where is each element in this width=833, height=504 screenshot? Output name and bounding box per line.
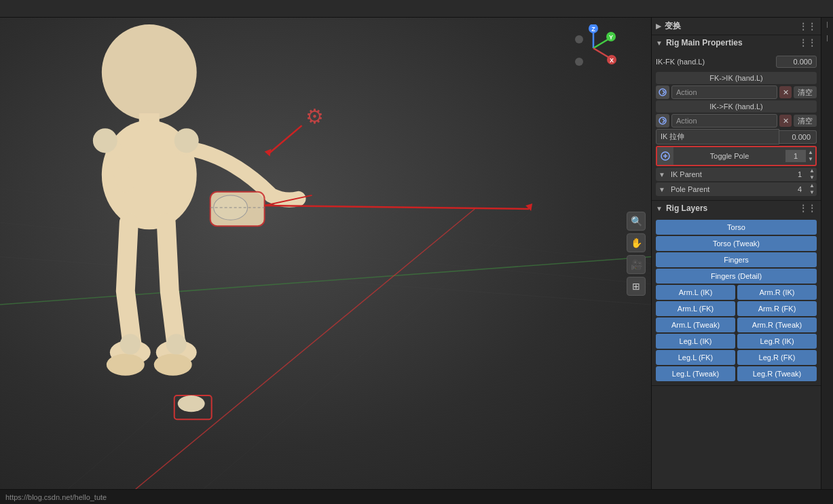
- ik-stretch-label: IK 拉伸: [656, 129, 779, 144]
- toggle-pole-arrows[interactable]: ▲ ▼: [806, 149, 815, 162]
- leg-r-fk-button[interactable]: Leg.R (FK): [737, 350, 817, 365]
- arm-r-ik-button[interactable]: Arm.R (IK): [737, 285, 817, 300]
- torso-button[interactable]: Torso: [656, 220, 817, 235]
- ik-parent-row: ▼ IK Parent 1 ▲ ▼: [656, 168, 817, 181]
- leg-fk-row: Leg.L (FK) Leg.R (FK): [656, 350, 817, 365]
- transform-arrow-icon: ▶: [656, 22, 661, 30]
- ik-fk-label: IK-FK (hand.L): [656, 58, 776, 66]
- hand-button[interactable]: ✋: [627, 233, 646, 252]
- action-icon-2: [656, 114, 669, 128]
- action-field-2[interactable]: Action: [671, 114, 777, 128]
- viewport-toolbar: 🔍 ✋ 🎥 ⊞: [627, 212, 646, 296]
- arm-l-fk-button[interactable]: Arm.L (FK): [656, 301, 735, 316]
- fk-ik-label-row: FK->IK (hand.L): [656, 72, 817, 84]
- rig-layers-arrow-icon: ▼: [656, 205, 663, 212]
- ik-fk-row: IK-FK (hand.L) 0.000: [652, 53, 821, 71]
- arm-r-fk-button[interactable]: Arm.R (FK): [737, 301, 817, 316]
- transform-label: 变换: [665, 20, 681, 32]
- leg-r-ik-button[interactable]: Leg.R (IK): [737, 334, 817, 349]
- viewport-background: [0, 18, 651, 489]
- arm-tweak-row: Arm.L (Tweak) Arm.R (Tweak): [656, 317, 817, 332]
- ik-parent-nav[interactable]: ▲ ▼: [807, 168, 817, 180]
- action-clear-btn-1[interactable]: 清空: [794, 86, 817, 98]
- magnify-button[interactable]: 🔍: [627, 212, 646, 231]
- leg-r-tweak-button[interactable]: Leg.R (Tweak): [737, 366, 817, 381]
- main-layout: ⚙ Z Y X: [0, 18, 833, 489]
- toggle-pole-icon: [657, 147, 673, 165]
- arm-r-tweak-button[interactable]: Arm.R (Tweak): [737, 317, 817, 332]
- svg-text:Z: Z: [591, 26, 595, 33]
- svg-line-36: [593, 48, 610, 58]
- ik-parent-value[interactable]: 1: [792, 168, 807, 181]
- viewport[interactable]: ⚙ Z Y X: [0, 18, 651, 489]
- bottom-bar: https://blog.csdn.net/hello_tute: [0, 489, 833, 504]
- arm-l-tweak-button[interactable]: Arm.L (Tweak): [656, 317, 735, 332]
- fingers-detail-button[interactable]: Fingers (Detail): [656, 269, 817, 284]
- ik-parent-label: IK Parent: [668, 168, 792, 181]
- pole-parent-collapse-icon[interactable]: ▼: [656, 186, 668, 193]
- action-icon-1: [656, 85, 669, 99]
- transform-section: ▶ 变换 ⋮⋮: [652, 18, 821, 35]
- rig-layers-header[interactable]: ▼ Rig Layers ⋮⋮: [652, 201, 821, 216]
- camera-button[interactable]: 🎥: [627, 255, 646, 274]
- arm-ik-row: Arm.L (IK) Arm.R (IK): [656, 285, 817, 300]
- toggle-pole-value[interactable]: 1: [785, 150, 806, 162]
- strip-item-1: |: [822, 19, 833, 30]
- pole-parent-value[interactable]: 4: [792, 182, 807, 196]
- action-label-2: Action: [676, 117, 697, 125]
- arm-fk-row: Arm.L (FK) Arm.R (FK): [656, 301, 817, 316]
- svg-point-40: [575, 35, 583, 43]
- rig-main-header[interactable]: ▼ Rig Main Properties ⋮⋮: [652, 35, 821, 50]
- ik-parent-collapse-icon[interactable]: ▼: [656, 171, 668, 178]
- ik-stretch-value[interactable]: 0.000: [779, 130, 817, 144]
- rig-properties: IK-FK (hand.L) 0.000 FK->IK (hand.L): [652, 50, 821, 200]
- torso-tweak-button[interactable]: Torso (Tweak): [656, 236, 817, 251]
- pole-parent-nav[interactable]: ▲ ▼: [807, 182, 817, 195]
- toggle-pole-row[interactable]: Toggle Pole 1 ▲ ▼: [656, 146, 817, 166]
- rig-main-arrow-icon: ▼: [656, 39, 663, 47]
- pole-parent-label: Pole Parent: [668, 182, 792, 196]
- action-row-2: Action ✕ 清空: [656, 114, 817, 128]
- right-panel: ▶ 变换 ⋮⋮ ▼ Rig Main Properties ⋮⋮ IK-FK (…: [651, 18, 821, 489]
- status-url: https://blog.csdn.net/hello_tute: [5, 493, 107, 501]
- leg-l-tweak-button[interactable]: Leg.L (Tweak): [656, 366, 735, 381]
- rig-main-dots: ⋮⋮: [799, 38, 817, 47]
- pole-parent-row: ▼ Pole Parent 4 ▲ ▼: [656, 182, 817, 196]
- ik-fk2-label: IK->FK (hand.L): [660, 102, 813, 111]
- arm-l-ik-button[interactable]: Arm.L (IK): [656, 285, 735, 300]
- leg-l-ik-button[interactable]: Leg.L (IK): [656, 334, 735, 349]
- svg-text:X: X: [610, 57, 614, 64]
- toggle-pole-label: Toggle Pole: [673, 152, 785, 160]
- action-x-btn-2[interactable]: ✕: [779, 115, 792, 127]
- fk-ik-label: FK->IK (hand.L): [660, 74, 813, 82]
- rig-main-section: ▼ Rig Main Properties ⋮⋮ IK-FK (hand.L) …: [652, 35, 821, 201]
- strip-item-2: |: [822, 33, 833, 43]
- action-field-1[interactable]: Action: [671, 85, 777, 99]
- far-right-strip: | |: [821, 18, 833, 489]
- rig-layers-label: Rig Layers: [666, 203, 707, 213]
- transform-header[interactable]: ▶ 变换 ⋮⋮: [652, 18, 821, 35]
- fingers-button[interactable]: Fingers: [656, 252, 817, 267]
- action-x-btn-1[interactable]: ✕: [779, 86, 792, 98]
- rig-layers-section: ▼ Rig Layers ⋮⋮ Torso Torso (Tweak) Fing…: [652, 201, 821, 386]
- svg-point-39: [575, 58, 583, 66]
- grid-button[interactable]: ⊞: [627, 277, 646, 296]
- top-bar: [0, 0, 833, 18]
- ik-fk-value[interactable]: 0.000: [776, 56, 817, 68]
- orientation-gizmo[interactable]: Z Y X: [570, 24, 617, 72]
- ik-fk2-label-row: IK->FK (hand.L): [656, 100, 817, 113]
- rig-main-label: Rig Main Properties: [666, 38, 743, 47]
- action-label-1: Action: [676, 88, 697, 96]
- svg-text:Y: Y: [609, 34, 613, 41]
- ik-stretch-row: IK 拉伸 0.000: [656, 129, 817, 144]
- action-clear-btn-2[interactable]: 清空: [794, 115, 817, 127]
- transform-dots: ⋮⋮: [799, 22, 817, 31]
- rig-layers-dots: ⋮⋮: [799, 203, 817, 213]
- leg-tweak-row: Leg.L (Tweak) Leg.R (Tweak): [656, 366, 817, 381]
- leg-l-fk-button[interactable]: Leg.L (FK): [656, 350, 735, 365]
- rig-layers-content: Torso Torso (Tweak) Fingers Fingers (Det…: [652, 216, 821, 385]
- leg-ik-row: Leg.L (IK) Leg.R (IK): [656, 334, 817, 349]
- action-row-1: Action ✕ 清空: [656, 85, 817, 99]
